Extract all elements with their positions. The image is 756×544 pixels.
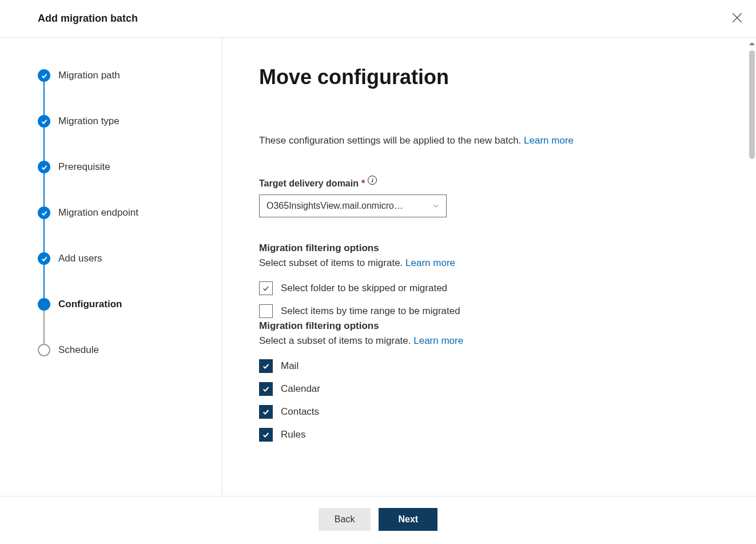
dropdown-selected-value: O365InsightsView.mail.onmicro… <box>266 201 403 211</box>
checkbox-contacts[interactable]: Contacts <box>259 405 719 419</box>
dialog-footer: Back Next <box>0 496 756 542</box>
close-button[interactable] <box>730 10 745 27</box>
checkbox-label: Select items by time range to be migrate… <box>281 305 460 317</box>
current-step-dot-icon <box>38 298 50 311</box>
check-icon <box>38 69 50 82</box>
required-asterisk: * <box>361 178 365 189</box>
checkbox-calendar[interactable]: Calendar <box>259 382 719 396</box>
filter1-subtext: Select subset of items to migrate. Learn… <box>259 257 719 269</box>
check-icon <box>38 161 50 173</box>
checkbox-icon-checked[interactable] <box>259 382 273 396</box>
checkbox-time-range[interactable]: Select items by time range to be migrate… <box>259 304 719 318</box>
scrollbar-thumb[interactable] <box>749 50 755 159</box>
wizard-sidebar: Migration path Migration type Prerequisi… <box>0 38 222 496</box>
filter1-heading: Migration filtering options <box>259 243 719 254</box>
checkbox-rules[interactable]: Rules <box>259 428 719 442</box>
intro-text: These configuration settings will be app… <box>259 135 719 146</box>
close-icon <box>732 13 742 23</box>
target-domain-label-text: Target delivery domain <box>259 178 359 189</box>
step-label: Migration path <box>58 70 120 81</box>
checkbox-icon-checked[interactable] <box>259 359 273 373</box>
step-migration-type[interactable]: Migration type <box>38 115 210 161</box>
step-label: Migration type <box>58 116 120 127</box>
step-label: Prerequisite <box>58 161 110 173</box>
intro-text-body: These configuration settings will be app… <box>259 135 524 146</box>
step-label: Schedule <box>58 344 99 356</box>
checkbox-label: Rules <box>281 429 305 440</box>
check-icon <box>38 115 50 128</box>
learn-more-link[interactable]: Learn more <box>413 335 463 346</box>
step-label: Configuration <box>58 299 122 310</box>
dialog-body: Migration path Migration type Prerequisi… <box>0 38 756 496</box>
step-label: Migration endpoint <box>58 207 138 219</box>
back-button[interactable]: Back <box>319 508 371 531</box>
checkbox-icon-checked[interactable] <box>259 428 273 442</box>
step-prerequisite[interactable]: Prerequisite <box>38 161 210 207</box>
step-label: Add users <box>58 253 102 264</box>
info-icon[interactable]: i <box>368 176 377 185</box>
step-configuration[interactable]: Configuration <box>38 298 210 344</box>
step-migration-endpoint[interactable]: Migration endpoint <box>38 207 210 252</box>
step-migration-path[interactable]: Migration path <box>38 69 210 115</box>
learn-more-link[interactable]: Learn more <box>405 257 455 268</box>
scroll-up-arrow-icon[interactable] <box>749 42 755 45</box>
checkbox-icon-unchecked[interactable] <box>259 304 273 318</box>
checkbox-label: Mail <box>281 360 299 372</box>
checkbox-label: Contacts <box>281 406 319 418</box>
filter2-subtext: Select a subset of items to migrate. Lea… <box>259 335 719 347</box>
step-schedule[interactable]: Schedule <box>38 344 210 356</box>
checkbox-label: Select folder to be skipped or migrated <box>281 283 447 294</box>
wizard-steps: Migration path Migration type Prerequisi… <box>38 69 210 356</box>
filter2-heading: Migration filtering options <box>259 320 719 332</box>
next-button[interactable]: Next <box>379 508 437 531</box>
check-icon <box>38 207 50 219</box>
learn-more-link[interactable]: Learn more <box>524 135 574 146</box>
checkbox-icon-checked[interactable] <box>259 405 273 419</box>
checkbox-folder-skip[interactable]: Select folder to be skipped or migrated <box>259 281 719 295</box>
target-domain-dropdown[interactable]: O365InsightsView.mail.onmicro… <box>259 194 447 217</box>
wizard-content: Move configuration These configuration s… <box>222 38 756 496</box>
dialog-title: Add migration batch <box>38 13 138 25</box>
checkbox-mail[interactable]: Mail <box>259 359 719 373</box>
scrollbar[interactable] <box>748 39 756 495</box>
page-title: Move configuration <box>259 65 719 89</box>
target-domain-label: Target delivery domain * i <box>259 178 719 189</box>
checkbox-icon-checked-outline[interactable] <box>259 281 273 295</box>
check-icon <box>38 252 50 265</box>
chevron-down-icon <box>432 202 439 209</box>
step-add-users[interactable]: Add users <box>38 252 210 298</box>
future-step-circle-icon <box>38 344 50 356</box>
checkbox-label: Calendar <box>281 383 320 395</box>
dialog-header: Add migration batch <box>0 0 756 38</box>
